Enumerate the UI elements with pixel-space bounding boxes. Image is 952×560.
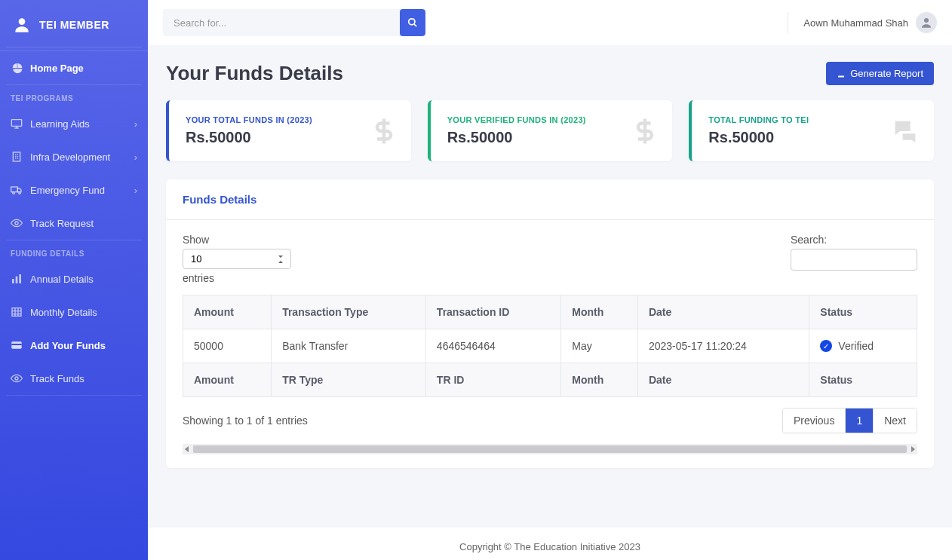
sidebar-item-label: Home Page <box>30 63 84 74</box>
svg-rect-1 <box>11 120 21 127</box>
topbar: Aown Muhammad Shah <box>148 0 952 45</box>
card-total-funds: YOUR TOTAL FUNDS IN (2023) Rs.50000 <box>166 100 411 161</box>
search-button[interactable] <box>400 9 425 36</box>
funds-table: Amount Transaction Type Transaction ID M… <box>183 295 917 397</box>
show-label: Show <box>183 234 209 246</box>
table-header-row: Amount Transaction Type Transaction ID M… <box>183 295 917 329</box>
table-icon <box>11 306 23 318</box>
search-wrap <box>163 9 425 36</box>
col-status[interactable]: Status <box>809 295 917 329</box>
cell-amount: 50000 <box>183 329 272 363</box>
horizontal-scrollbar[interactable] <box>183 444 917 454</box>
svg-rect-7 <box>12 279 14 283</box>
chevron-right-icon: › <box>134 151 137 163</box>
building-icon <box>11 151 23 163</box>
col-txid[interactable]: Transaction ID <box>425 295 560 329</box>
sidebar-item-label: Add Your Funds <box>30 340 106 351</box>
sidebar-item-label: Annual Details <box>30 274 94 285</box>
generate-report-label: Generate Report <box>850 68 923 79</box>
brand[interactable]: TEI MEMBER <box>0 9 148 47</box>
panel-body: Show 10 entries Search: Amount <box>166 220 934 468</box>
chevron-right-icon: › <box>134 118 137 130</box>
chat-icon <box>890 116 920 146</box>
svg-point-0 <box>19 18 26 25</box>
user-menu[interactable]: Aown Muhammad Shah <box>788 12 937 33</box>
table-search-input[interactable] <box>791 249 917 271</box>
cell-txid: 4646546464 <box>425 329 560 363</box>
sidebar-item-label: Monthly Details <box>30 307 97 318</box>
search-control: Search: <box>791 234 917 271</box>
next-button[interactable]: Next <box>873 409 917 433</box>
page-title: Your Funds Details <box>166 62 343 85</box>
fcol-type: TR Type <box>272 363 426 397</box>
table-controls: Show 10 entries Search: <box>183 234 917 284</box>
card-total-tei: TOTAL FUNDING TO TEI Rs.50000 <box>689 100 934 161</box>
card-icon <box>11 339 23 351</box>
col-type[interactable]: Transaction Type <box>272 295 426 329</box>
search-label: Search: <box>791 234 827 246</box>
svg-point-5 <box>19 192 21 194</box>
svg-rect-12 <box>11 344 21 345</box>
dollar-icon <box>370 118 398 145</box>
sidebar-item-track-request[interactable]: Track Request <box>0 207 148 240</box>
card-label: TOTAL FUNDING TO TEI <box>708 115 917 124</box>
card-value: Rs.50000 <box>447 129 656 146</box>
sidebar-item-label: Learning Aids <box>30 118 90 130</box>
fcol-date: Date <box>637 363 809 397</box>
search-input[interactable] <box>163 10 397 36</box>
cell-date: 2023-05-17 11:20:24 <box>637 329 809 363</box>
dollar-icon <box>631 118 659 145</box>
svg-point-4 <box>13 192 15 194</box>
sidebar-item-add-funds[interactable]: Add Your Funds <box>0 329 148 362</box>
col-amount[interactable]: Amount <box>183 295 272 329</box>
chart-icon <box>11 273 23 285</box>
page-1-button[interactable]: 1 <box>845 409 873 433</box>
brand-text: TEI MEMBER <box>39 19 109 31</box>
pagination: Previous 1 Next <box>782 408 917 433</box>
sidebar-item-track-funds[interactable]: Track Funds <box>0 362 148 395</box>
card-verified-funds: YOUR VERIFIED FUNDS IN (2023) Rs.50000 <box>428 100 673 161</box>
eye-icon <box>11 372 23 384</box>
svg-point-14 <box>409 19 415 25</box>
sidebar-item-learning-aids[interactable]: Learning Aids › <box>0 107 148 140</box>
entries-select[interactable]: 10 <box>183 249 291 269</box>
svg-rect-9 <box>19 274 21 283</box>
prev-button[interactable]: Previous <box>783 409 845 433</box>
svg-rect-3 <box>11 187 18 192</box>
col-date[interactable]: Date <box>637 295 809 329</box>
avatar <box>916 12 937 33</box>
fcol-txid: TR ID <box>425 363 560 397</box>
card-value: Rs.50000 <box>186 129 395 146</box>
chevron-right-icon: › <box>134 185 137 196</box>
funds-panel: Funds Details Show 10 entries Search: <box>166 179 934 468</box>
svg-point-15 <box>924 18 929 23</box>
sidebar-item-label: Infra Development <box>30 151 110 163</box>
sidebar-item-label: Emergency Fund <box>30 185 105 196</box>
generate-report-button[interactable]: Generate Report <box>826 62 934 85</box>
card-value: Rs.50000 <box>708 129 917 146</box>
person-icon <box>920 16 933 29</box>
card-label: YOUR VERIFIED FUNDS IN (2023) <box>447 115 656 124</box>
footer: Copyright © The Education Initiative 202… <box>148 528 952 560</box>
sidebar-item-emergency[interactable]: Emergency Fund › <box>0 173 148 207</box>
stat-cards: YOUR TOTAL FUNDS IN (2023) Rs.50000 YOUR… <box>166 100 934 161</box>
fcol-month: Month <box>561 363 638 397</box>
fcol-status: Status <box>809 363 917 397</box>
col-month[interactable]: Month <box>561 295 638 329</box>
cell-month: May <box>561 329 638 363</box>
svg-rect-2 <box>13 152 20 161</box>
truck-icon <box>11 184 23 196</box>
scrollbar-thumb[interactable] <box>193 445 907 453</box>
sidebar-item-monthly[interactable]: Monthly Details <box>0 295 148 329</box>
page-header: Your Funds Details Generate Report <box>166 62 934 85</box>
table-row: 50000 Bank Transfer 4646546464 May 2023-… <box>183 329 917 363</box>
download-icon <box>837 69 846 78</box>
svg-rect-10 <box>12 308 21 317</box>
sidebar-item-annual[interactable]: Annual Details <box>0 262 148 295</box>
table-footer: Showing 1 to 1 of 1 entries Previous 1 N… <box>183 408 917 433</box>
sidebar-item-home[interactable]: Home Page <box>0 50 148 84</box>
show-control: Show 10 entries <box>183 234 291 284</box>
content: Your Funds Details Generate Report YOUR … <box>148 45 952 528</box>
card-label: YOUR TOTAL FUNDS IN (2023) <box>186 115 395 124</box>
sidebar-item-infra[interactable]: Infra Development › <box>0 140 148 173</box>
